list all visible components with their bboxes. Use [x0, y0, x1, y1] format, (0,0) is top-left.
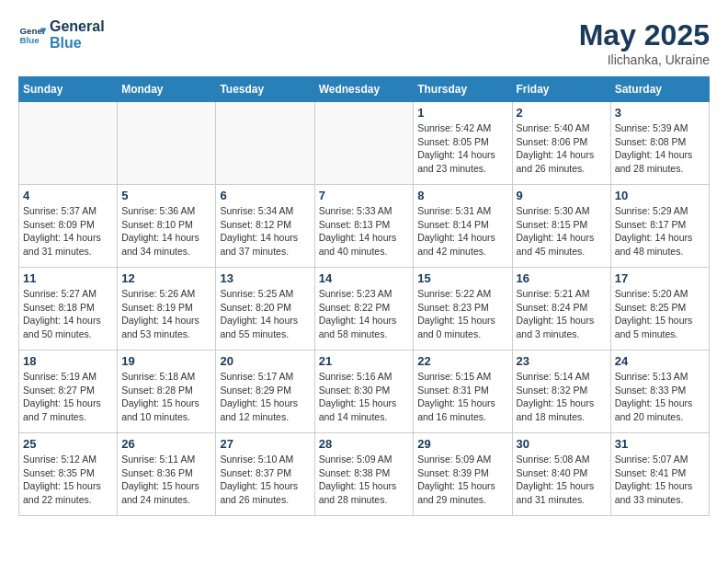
day-number: 17: [615, 271, 705, 285]
day-info: Sunrise: 5:42 AMSunset: 8:05 PMDaylight:…: [417, 121, 507, 176]
day-number: 19: [121, 354, 211, 368]
weekday-header-thursday: Thursday: [414, 77, 512, 102]
weekday-header-sunday: Sunday: [19, 77, 118, 102]
day-number: 13: [220, 271, 310, 285]
day-info: Sunrise: 5:07 AMSunset: 8:41 PMDaylight:…: [615, 453, 705, 507]
day-number: 8: [417, 189, 507, 202]
calendar-cell: 25Sunrise: 5:12 AMSunset: 8:35 PMDayligh…: [19, 433, 118, 516]
day-number: 25: [23, 437, 113, 451]
day-info: Sunrise: 5:10 AMSunset: 8:37 PMDaylight:…: [220, 453, 310, 507]
day-number: 28: [319, 437, 410, 451]
calendar-cell: 26Sunrise: 5:11 AMSunset: 8:36 PMDayligh…: [118, 433, 216, 516]
day-number: 29: [417, 437, 507, 451]
day-number: 2: [517, 106, 607, 120]
calendar-cell: 16Sunrise: 5:21 AMSunset: 8:24 PMDayligh…: [512, 268, 610, 350]
day-info: Sunrise: 5:26 AMSunset: 8:19 PMDaylight:…: [121, 287, 211, 341]
calendar-cell: 15Sunrise: 5:22 AMSunset: 8:23 PMDayligh…: [414, 268, 512, 350]
day-info: Sunrise: 5:09 AMSunset: 8:39 PMDaylight:…: [417, 453, 507, 507]
day-number: 27: [220, 437, 310, 451]
day-info: Sunrise: 5:39 AMSunset: 8:08 PMDaylight:…: [615, 121, 705, 176]
calendar-cell: 13Sunrise: 5:25 AMSunset: 8:20 PMDayligh…: [216, 268, 314, 350]
calendar-table: SundayMondayTuesdayWednesdayThursdayFrid…: [18, 76, 710, 516]
calendar-cell: [19, 102, 118, 185]
calendar-cell: 19Sunrise: 5:18 AMSunset: 8:28 PMDayligh…: [118, 350, 216, 433]
day-number: 16: [517, 271, 607, 285]
week-row-5: 25Sunrise: 5:12 AMSunset: 8:35 PMDayligh…: [19, 433, 710, 516]
week-row-1: 1Sunrise: 5:42 AMSunset: 8:05 PMDaylight…: [19, 102, 710, 185]
day-info: Sunrise: 5:25 AMSunset: 8:20 PMDaylight:…: [220, 287, 310, 341]
day-info: Sunrise: 5:18 AMSunset: 8:28 PMDaylight:…: [121, 370, 211, 424]
svg-text:Blue: Blue: [20, 35, 40, 45]
day-number: 9: [517, 189, 607, 202]
day-info: Sunrise: 5:19 AMSunset: 8:27 PMDaylight:…: [23, 370, 113, 424]
day-info: Sunrise: 5:16 AMSunset: 8:30 PMDaylight:…: [319, 370, 410, 424]
day-info: Sunrise: 5:34 AMSunset: 8:12 PMDaylight:…: [220, 204, 310, 259]
calendar-cell: 27Sunrise: 5:10 AMSunset: 8:37 PMDayligh…: [216, 433, 314, 516]
day-info: Sunrise: 5:40 AMSunset: 8:06 PMDaylight:…: [517, 121, 607, 176]
day-number: 23: [517, 354, 607, 368]
calendar-cell: 10Sunrise: 5:29 AMSunset: 8:17 PMDayligh…: [610, 185, 709, 268]
month-title: May 2025: [579, 18, 710, 52]
calendar-cell: 20Sunrise: 5:17 AMSunset: 8:29 PMDayligh…: [216, 350, 314, 433]
week-row-2: 4Sunrise: 5:37 AMSunset: 8:09 PMDaylight…: [19, 185, 710, 268]
day-number: 12: [121, 271, 211, 285]
weekday-header-tuesday: Tuesday: [216, 77, 314, 102]
calendar-cell: 14Sunrise: 5:23 AMSunset: 8:22 PMDayligh…: [314, 268, 414, 350]
calendar-cell: 30Sunrise: 5:08 AMSunset: 8:40 PMDayligh…: [512, 433, 610, 516]
calendar-cell: 5Sunrise: 5:36 AMSunset: 8:10 PMDaylight…: [118, 185, 216, 268]
day-number: 7: [319, 189, 410, 202]
day-info: Sunrise: 5:23 AMSunset: 8:22 PMDaylight:…: [319, 287, 410, 341]
day-info: Sunrise: 5:11 AMSunset: 8:36 PMDaylight:…: [121, 453, 211, 507]
calendar-cell: 21Sunrise: 5:16 AMSunset: 8:30 PMDayligh…: [314, 350, 414, 433]
day-info: Sunrise: 5:21 AMSunset: 8:24 PMDaylight:…: [517, 287, 607, 341]
day-number: 24: [615, 354, 705, 368]
calendar-cell: 12Sunrise: 5:26 AMSunset: 8:19 PMDayligh…: [118, 268, 216, 350]
day-info: Sunrise: 5:13 AMSunset: 8:33 PMDaylight:…: [615, 370, 705, 424]
day-info: Sunrise: 5:29 AMSunset: 8:17 PMDaylight:…: [615, 204, 705, 259]
title-area: May 2025 Ilichanka, Ukraine: [579, 18, 710, 67]
day-number: 10: [615, 189, 705, 202]
day-info: Sunrise: 5:30 AMSunset: 8:15 PMDaylight:…: [517, 204, 607, 259]
day-number: 3: [615, 106, 705, 120]
calendar-cell: 11Sunrise: 5:27 AMSunset: 8:18 PMDayligh…: [19, 268, 118, 350]
day-number: 11: [23, 271, 113, 285]
day-number: 15: [417, 271, 507, 285]
day-info: Sunrise: 5:37 AMSunset: 8:09 PMDaylight:…: [23, 204, 113, 259]
day-info: Sunrise: 5:08 AMSunset: 8:40 PMDaylight:…: [517, 453, 607, 507]
calendar-cell: [118, 102, 216, 185]
logo-icon: General Blue: [18, 21, 46, 49]
calendar-cell: 9Sunrise: 5:30 AMSunset: 8:15 PMDaylight…: [512, 185, 610, 268]
weekday-header-saturday: Saturday: [610, 77, 709, 102]
calendar-cell: [314, 102, 414, 185]
calendar-cell: 2Sunrise: 5:40 AMSunset: 8:06 PMDaylight…: [512, 102, 610, 185]
logo: General Blue General Blue: [18, 18, 105, 51]
day-info: Sunrise: 5:36 AMSunset: 8:10 PMDaylight:…: [121, 204, 211, 259]
day-number: 5: [121, 189, 211, 202]
weekday-header-monday: Monday: [118, 77, 216, 102]
day-number: 18: [23, 354, 113, 368]
day-info: Sunrise: 5:20 AMSunset: 8:25 PMDaylight:…: [615, 287, 705, 341]
day-number: 4: [23, 189, 113, 202]
calendar-cell: 6Sunrise: 5:34 AMSunset: 8:12 PMDaylight…: [216, 185, 314, 268]
logo-general: General: [50, 18, 105, 35]
day-info: Sunrise: 5:17 AMSunset: 8:29 PMDaylight:…: [220, 370, 310, 424]
calendar-cell: 1Sunrise: 5:42 AMSunset: 8:05 PMDaylight…: [414, 102, 512, 185]
page-header: General Blue General Blue May 2025 Ilich…: [18, 18, 710, 67]
calendar-cell: 7Sunrise: 5:33 AMSunset: 8:13 PMDaylight…: [314, 185, 414, 268]
day-number: 20: [220, 354, 310, 368]
calendar-cell: 3Sunrise: 5:39 AMSunset: 8:08 PMDaylight…: [610, 102, 709, 185]
day-number: 26: [121, 437, 211, 451]
calendar-cell: 28Sunrise: 5:09 AMSunset: 8:38 PMDayligh…: [314, 433, 414, 516]
day-number: 21: [319, 354, 410, 368]
day-info: Sunrise: 5:14 AMSunset: 8:32 PMDaylight:…: [517, 370, 607, 424]
calendar-cell: [216, 102, 314, 185]
day-number: 30: [517, 437, 607, 451]
day-info: Sunrise: 5:12 AMSunset: 8:35 PMDaylight:…: [23, 453, 113, 507]
day-info: Sunrise: 5:33 AMSunset: 8:13 PMDaylight:…: [319, 204, 410, 259]
calendar-cell: 4Sunrise: 5:37 AMSunset: 8:09 PMDaylight…: [19, 185, 118, 268]
calendar-cell: 8Sunrise: 5:31 AMSunset: 8:14 PMDaylight…: [414, 185, 512, 268]
weekday-header-friday: Friday: [512, 77, 610, 102]
week-row-4: 18Sunrise: 5:19 AMSunset: 8:27 PMDayligh…: [19, 350, 710, 433]
calendar-cell: 18Sunrise: 5:19 AMSunset: 8:27 PMDayligh…: [19, 350, 118, 433]
day-info: Sunrise: 5:22 AMSunset: 8:23 PMDaylight:…: [417, 287, 507, 341]
